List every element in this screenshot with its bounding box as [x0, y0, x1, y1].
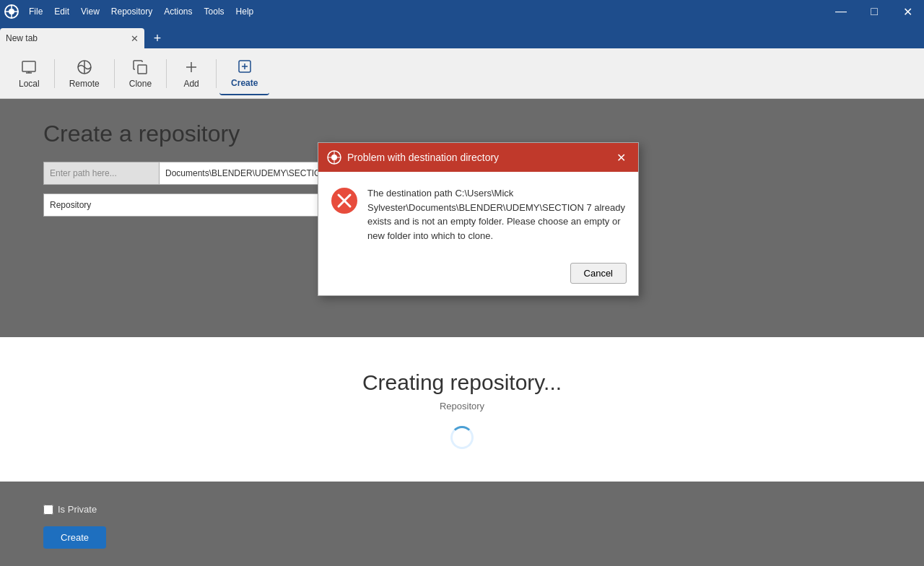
error-dialog-footer: Cancel — [318, 257, 638, 295]
cancel-button[interactable]: Cancel — [570, 263, 627, 284]
menu-actions[interactable]: Actions — [158, 0, 198, 23]
toolbar-create-label: Create — [231, 78, 258, 88]
error-dialog: Problem with destination directory ✕ The… — [318, 142, 639, 296]
title-bar: File Edit View Repository Actions Tools … — [0, 0, 924, 23]
toolbar-local[interactable]: Local — [7, 53, 51, 95]
tab-bar: New tab ✕ + — [0, 23, 924, 48]
maximize-button[interactable]: □ — [858, 0, 891, 23]
toolbar-separator-4 — [216, 59, 217, 88]
toolbar-remote-label: Remote — [69, 79, 100, 89]
minimize-button[interactable]: — — [824, 0, 858, 23]
dialog-backdrop: Problem with destination directory ✕ The… — [0, 99, 924, 566]
svg-rect-9 — [138, 65, 147, 74]
close-button[interactable]: ✕ — [891, 0, 924, 23]
add-icon — [183, 58, 200, 76]
toolbar-clone[interactable]: Clone — [118, 53, 163, 95]
menu-help[interactable]: Help — [230, 0, 260, 23]
toolbar-separator-2 — [114, 59, 115, 88]
main-content: Create a repository Enter path here... B… — [0, 99, 924, 566]
tab-close-button[interactable]: ✕ — [128, 32, 140, 44]
menu-tools[interactable]: Tools — [199, 0, 230, 23]
svg-rect-4 — [22, 61, 35, 71]
menu-view[interactable]: View — [75, 0, 105, 23]
toolbar-clone-label: Clone — [129, 79, 152, 89]
menu-bar: File Edit View Repository Actions Tools … — [23, 0, 259, 23]
add-tab-button[interactable]: + — [147, 28, 167, 48]
clone-icon — [131, 58, 149, 76]
toolbar-separator — [54, 59, 55, 88]
local-icon — [20, 58, 38, 76]
error-dialog-header: Problem with destination directory ✕ — [318, 143, 638, 172]
error-dialog-title-text: Problem with destination directory — [347, 152, 499, 163]
toolbar-create[interactable]: Create — [219, 52, 269, 95]
tab-label: New tab — [6, 33, 38, 43]
menu-edit[interactable]: Edit — [48, 0, 75, 23]
toolbar-local-label: Local — [19, 79, 40, 89]
toolbar-add[interactable]: Add — [170, 53, 213, 95]
window-controls: — □ ✕ — [824, 0, 924, 23]
create-icon — [236, 58, 253, 75]
toolbar-add-label: Add — [183, 79, 199, 89]
error-icon — [330, 186, 359, 215]
error-dialog-close-button[interactable]: ✕ — [612, 149, 629, 166]
dialog-logo-icon — [327, 150, 341, 165]
toolbar: Local Remote Clone Add Create — [0, 48, 924, 99]
remote-icon — [76, 58, 93, 76]
tab-new-tab[interactable]: New tab ✕ — [0, 28, 144, 48]
menu-file[interactable]: File — [23, 0, 48, 23]
toolbar-remote[interactable]: Remote — [58, 53, 111, 95]
menu-repository[interactable]: Repository — [105, 0, 158, 23]
error-dialog-body: The destination path C:\Users\Mick Sylve… — [318, 172, 638, 257]
toolbar-separator-3 — [166, 59, 167, 88]
error-dialog-title: Problem with destination directory — [327, 150, 499, 165]
error-message-text: The destination path C:\Users\Mick Sylve… — [367, 186, 627, 243]
app-logo — [0, 0, 23, 23]
